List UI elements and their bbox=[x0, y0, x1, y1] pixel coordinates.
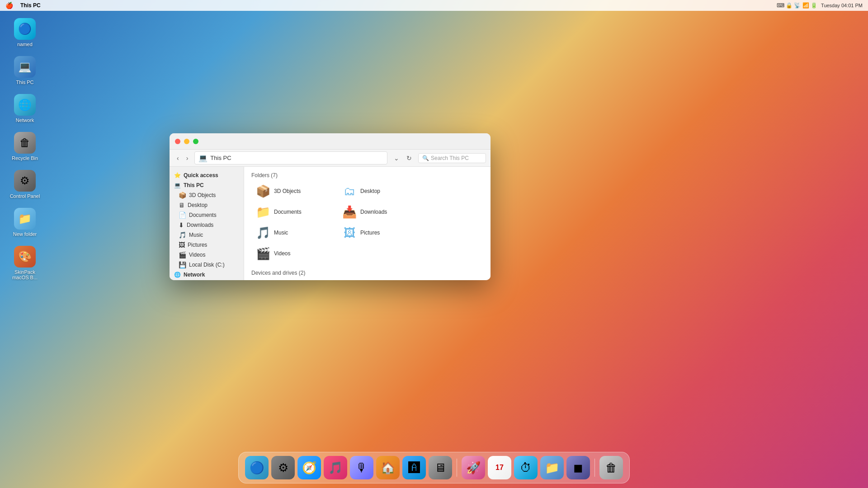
dock-item-launchpad[interactable]: 🚀 bbox=[462, 456, 485, 479]
window-minimize-button[interactable] bbox=[184, 139, 189, 144]
folder-pictures-name: Pictures bbox=[360, 230, 380, 236]
desktop-icon-thispc[interactable]: 💻 This PC bbox=[9, 56, 41, 85]
quick-access-icon: ⭐ bbox=[174, 172, 181, 178]
dock-item-prefs[interactable]: ⚙ bbox=[271, 456, 295, 479]
dock-item-calendar[interactable]: 17 bbox=[488, 456, 511, 479]
address-bar[interactable]: 💻 This PC bbox=[194, 151, 387, 164]
search-bar[interactable]: 🔍 Search This PC bbox=[418, 153, 486, 163]
folder-grid: 📦 3D Objects 🗂 Desktop 📁 Documents 📥 Dow… bbox=[251, 182, 483, 263]
sidebar-thispc-label: This PC bbox=[184, 182, 204, 188]
sidebar-thispc-icon: 💻 bbox=[174, 182, 181, 188]
folder-item-desktop[interactable]: 🗂 Desktop bbox=[338, 182, 421, 200]
dock-item-appstore[interactable]: 🅰 bbox=[402, 456, 426, 479]
desktop-icon-named[interactable]: 🔵 named bbox=[9, 18, 41, 47]
sidebar-item-documents-label: Documents bbox=[189, 212, 217, 218]
dock-item-music[interactable]: 🎵 bbox=[324, 456, 347, 479]
sidebar-item-3dobjects[interactable]: 📦 3D Objects bbox=[173, 190, 244, 200]
pictures-icon: 🖼 bbox=[179, 241, 185, 249]
menubar-app-title: This PC bbox=[20, 2, 41, 9]
view-toggle-button[interactable]: ⌄ bbox=[391, 153, 402, 163]
dock-item-siri[interactable]: 🎙 bbox=[350, 456, 373, 479]
menubar-right: ⌨ 🔒 📡 📶 🔋 Tuesday 04:01 PM bbox=[777, 2, 863, 9]
folder-item-videos[interactable]: 🎬 Videos bbox=[251, 244, 335, 263]
search-placeholder: Search This PC bbox=[431, 155, 469, 161]
sidebar-network-label: Network bbox=[184, 272, 205, 278]
documents-icon: 📄 bbox=[179, 211, 186, 219]
skinpack-label: SkinPack macOS B... bbox=[9, 269, 41, 280]
sidebar-network[interactable]: 🌐 Network bbox=[170, 270, 244, 280]
address-bar-text: This PC bbox=[210, 155, 231, 161]
search-icon: 🔍 bbox=[422, 155, 429, 161]
forward-button[interactable]: › bbox=[184, 153, 191, 163]
sidebar-item-videos[interactable]: 🎬 Videos bbox=[173, 250, 244, 260]
localdisk-sidebar-icon: 💾 bbox=[179, 261, 186, 268]
folder-desktop-icon: 🗂 bbox=[342, 185, 357, 197]
sidebar-item-localdisk[interactable]: 💾 Local Disk (C:) bbox=[173, 260, 244, 270]
desktop-icon-recycle[interactable]: 🗑 Recycle Bin bbox=[9, 132, 41, 161]
main-content: Folders (7) 📦 3D Objects 🗂 Desktop 📁 Doc… bbox=[244, 167, 491, 280]
address-bar-icon: 💻 bbox=[198, 154, 208, 162]
newfolder-icon: 📁 bbox=[14, 208, 36, 230]
sidebar-item-documents[interactable]: 📄 Documents bbox=[173, 210, 244, 220]
refresh-button[interactable]: ↻ bbox=[404, 153, 415, 163]
folder-item-music[interactable]: 🎵 Music bbox=[251, 224, 335, 242]
desktop-icon: 🖥 bbox=[179, 202, 185, 209]
folder-downloads-icon: 📥 bbox=[342, 206, 357, 218]
control-icon: ⚙ bbox=[14, 170, 36, 192]
named-icon: 🔵 bbox=[14, 18, 36, 40]
dock-item-bootcamp[interactable]: 🖥 bbox=[429, 456, 452, 479]
folder-item-documents[interactable]: 📁 Documents bbox=[251, 203, 335, 221]
dock-item-finder[interactable]: 🔵 bbox=[245, 456, 269, 479]
sidebar-item-pictures[interactable]: 🖼 Pictures bbox=[173, 240, 244, 250]
apple-menu-icon[interactable]: 🍎 bbox=[5, 2, 13, 9]
sidebar-item-videos-label: Videos bbox=[189, 252, 205, 258]
dock-item-trash[interactable]: 🗑 bbox=[599, 456, 623, 479]
folder-pictures-icon: 🖼 bbox=[342, 226, 357, 239]
dock-item-files[interactable]: 📁 bbox=[540, 456, 564, 479]
back-button[interactable]: ‹ bbox=[174, 153, 182, 163]
music-sidebar-icon: 🎵 bbox=[179, 231, 186, 239]
sidebar-item-music-label: Music bbox=[189, 232, 203, 238]
drive-item-d[interactable]: CD Drive (D:) bbox=[344, 280, 435, 280]
desktop-icon-skinpack[interactable]: 🎨 SkinPack macOS B... bbox=[9, 246, 41, 280]
network-sidebar-icon: 🌐 bbox=[174, 272, 181, 278]
dock-item-scapple[interactable]: ◼ bbox=[566, 456, 590, 479]
sidebar-item-desktop[interactable]: 🖥 Desktop bbox=[173, 200, 244, 210]
dock-separator-2 bbox=[594, 459, 595, 477]
window-close-button[interactable] bbox=[175, 139, 180, 144]
dock-item-timemachine[interactable]: ⏱ bbox=[514, 456, 538, 479]
window-toolbar: ‹ › 💻 This PC ⌄ ↻ 🔍 Search This PC bbox=[170, 150, 491, 167]
desktop-icon-network[interactable]: 🌐 Network bbox=[9, 94, 41, 123]
desktop-icon-newfolder[interactable]: 📁 New folder bbox=[9, 208, 41, 237]
newfolder-label: New folder bbox=[13, 231, 37, 237]
quick-access-label: Quick access bbox=[184, 172, 218, 178]
dock-item-safari[interactable]: 🧭 bbox=[297, 456, 321, 479]
toolbar-controls: ⌄ ↻ bbox=[391, 153, 415, 163]
folder-videos-icon: 🎬 bbox=[256, 247, 270, 260]
sidebar-item-downloads[interactable]: ⬇ Downloads bbox=[173, 220, 244, 230]
sidebar-item-music[interactable]: 🎵 Music bbox=[173, 230, 244, 240]
toolbar-nav: ‹ › bbox=[174, 153, 191, 163]
downloads-icon: ⬇ bbox=[179, 221, 184, 229]
desktop-icon-control[interactable]: ⚙ Control Panel bbox=[9, 170, 41, 199]
sidebar-item-desktop-label: Desktop bbox=[188, 202, 208, 208]
sidebar-item-pictures-label: Pictures bbox=[188, 242, 207, 248]
dock-item-home[interactable]: 🏠 bbox=[376, 456, 400, 479]
folder-documents-name: Documents bbox=[274, 209, 302, 215]
folder-item-3dobjects[interactable]: 📦 3D Objects bbox=[251, 182, 335, 200]
menubar: 🍎 This PC ⌨ 🔒 📡 📶 🔋 Tuesday 04:01 PM bbox=[0, 0, 868, 11]
window-content: ⭐ Quick access 💻 This PC 📦 3D Objects 🖥 … bbox=[170, 167, 491, 280]
folder-item-pictures[interactable]: 🖼 Pictures bbox=[338, 224, 421, 242]
sidebar-thispc-header[interactable]: 💻 This PC bbox=[170, 180, 244, 190]
menubar-left: 🍎 This PC bbox=[5, 2, 41, 9]
window-maximize-button[interactable] bbox=[193, 139, 198, 144]
menubar-time: Tuesday 04:01 PM bbox=[821, 3, 863, 8]
sidebar-quick-access[interactable]: ⭐ Quick access bbox=[170, 170, 244, 180]
drives-section-label: Devices and drives (2) bbox=[251, 270, 483, 276]
folder-videos-name: Videos bbox=[274, 250, 290, 257]
control-label: Control Panel bbox=[10, 193, 40, 199]
sidebar: ⭐ Quick access 💻 This PC 📦 3D Objects 🖥 … bbox=[170, 167, 244, 280]
sidebar-item-localdisk-label: Local Disk (C:) bbox=[189, 262, 225, 268]
folder-item-downloads[interactable]: 📥 Downloads bbox=[338, 203, 421, 221]
drive-item-c[interactable]: Local Disk (C:) 28.8 GB free of 49.4 GB bbox=[251, 280, 342, 280]
